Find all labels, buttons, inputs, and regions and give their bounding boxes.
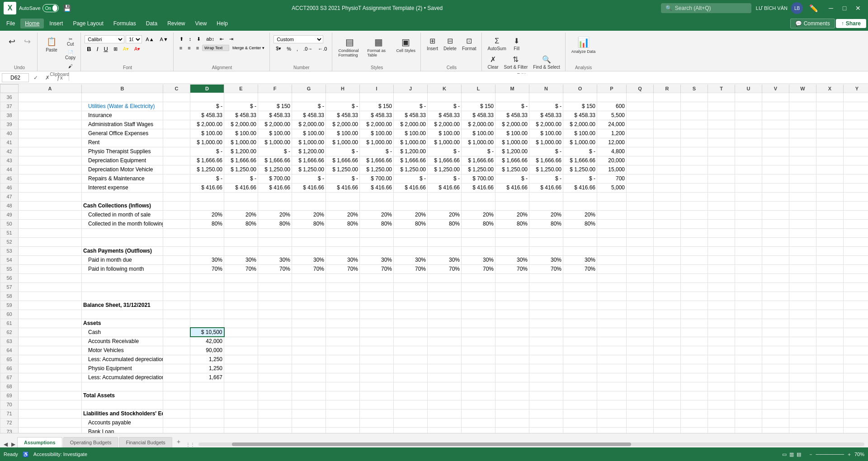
- cell-P69[interactable]: [597, 391, 627, 400]
- cell-W47[interactable]: [789, 192, 816, 201]
- row-number-73[interactable]: 73: [0, 427, 19, 433]
- cell-C63[interactable]: [163, 337, 190, 346]
- row-number-61[interactable]: 61: [0, 319, 19, 328]
- cell-B61[interactable]: Assets: [82, 319, 163, 328]
- cell-Q52[interactable]: [627, 237, 654, 246]
- cell-U47[interactable]: [735, 192, 762, 201]
- cell-A66[interactable]: [19, 364, 82, 373]
- cell-K73[interactable]: [428, 427, 462, 433]
- cell-R57[interactable]: [654, 282, 681, 292]
- cell-A41[interactable]: [19, 138, 82, 147]
- cell-L40[interactable]: $ 100.00: [462, 129, 495, 138]
- row-number-39[interactable]: 39: [0, 120, 19, 129]
- align-left-button[interactable]: ≡: [177, 44, 184, 52]
- cell-I44[interactable]: $ 1,250.00: [360, 165, 394, 174]
- cell-E41[interactable]: $ 1,000.00: [224, 138, 258, 147]
- cell-V41[interactable]: [762, 138, 789, 147]
- cell-X47[interactable]: [816, 192, 844, 201]
- cell-K42[interactable]: $ -: [428, 147, 462, 156]
- cell-J41[interactable]: $ 1,000.00: [394, 138, 428, 147]
- cell-W60[interactable]: [789, 310, 816, 319]
- cell-W71[interactable]: [789, 409, 816, 418]
- cell-W50[interactable]: [789, 219, 816, 228]
- cell-Y71[interactable]: [844, 409, 868, 418]
- formula-check-button[interactable]: ✓: [31, 74, 41, 82]
- cell-L70[interactable]: [462, 400, 495, 409]
- indent-dec-button[interactable]: ⇤: [217, 35, 226, 43]
- cell-S72[interactable]: [681, 418, 708, 427]
- cell-Q44[interactable]: [627, 165, 654, 174]
- cell-C54[interactable]: [163, 255, 190, 264]
- cell-R49[interactable]: [654, 210, 681, 219]
- cell-D40[interactable]: $ 100.00: [190, 129, 224, 138]
- cell-L54[interactable]: 30%: [462, 255, 495, 264]
- cell-F58[interactable]: [258, 292, 292, 301]
- cell-F42[interactable]: $ -: [258, 147, 292, 156]
- cell-V43[interactable]: [762, 156, 789, 165]
- cell-O62[interactable]: [563, 328, 597, 337]
- cell-E53[interactable]: [224, 246, 258, 255]
- cell-B53[interactable]: Cash Payments (Outflows): [82, 246, 163, 255]
- cell-T53[interactable]: [708, 246, 735, 255]
- cell-I50[interactable]: 80%: [360, 219, 394, 228]
- maximize-button[interactable]: □: [838, 2, 851, 14]
- cell-O40[interactable]: $ 100.00: [563, 129, 597, 138]
- cell-E59[interactable]: [224, 301, 258, 310]
- cell-J64[interactable]: [394, 346, 428, 355]
- cell-V45[interactable]: [762, 174, 789, 183]
- cell-J48[interactable]: [394, 201, 428, 210]
- cell-V66[interactable]: [762, 364, 789, 373]
- cell-V64[interactable]: [762, 346, 789, 355]
- cell-T61[interactable]: [708, 319, 735, 328]
- cell-S40[interactable]: [681, 129, 708, 138]
- cell-X69[interactable]: [816, 391, 844, 400]
- cell-X54[interactable]: [816, 255, 844, 264]
- cell-D71[interactable]: [190, 409, 224, 418]
- cell-Q55[interactable]: [627, 264, 654, 273]
- cell-F66[interactable]: [258, 364, 292, 373]
- cell-H66[interactable]: [326, 364, 360, 373]
- cell-A51[interactable]: [19, 228, 82, 237]
- cell-T55[interactable]: [708, 264, 735, 273]
- horizontal-scrollbar[interactable]: [198, 441, 864, 447]
- col-header-r[interactable]: R: [654, 85, 681, 93]
- cell-C40[interactable]: [163, 129, 190, 138]
- cell-E37[interactable]: $ -: [224, 102, 258, 111]
- autosave-toggle[interactable]: On: [42, 4, 59, 12]
- align-top-button[interactable]: ⬆: [177, 35, 186, 43]
- cell-E55[interactable]: 70%: [224, 264, 258, 273]
- cell-G66[interactable]: [292, 364, 326, 373]
- cell-X68[interactable]: [816, 382, 844, 391]
- cell-Q36[interactable]: [627, 93, 654, 102]
- cell-Q49[interactable]: [627, 210, 654, 219]
- cell-B46[interactable]: Interest expense: [82, 183, 163, 192]
- cell-V48[interactable]: [762, 201, 789, 210]
- cell-Y39[interactable]: [844, 120, 868, 129]
- cell-J54[interactable]: 30%: [394, 255, 428, 264]
- cell-C51[interactable]: [163, 228, 190, 237]
- fill-button[interactable]: ⬇ Fill: [509, 35, 524, 52]
- cell-I48[interactable]: [360, 201, 394, 210]
- cell-R38[interactable]: [654, 111, 681, 120]
- cell-F39[interactable]: $ 2,000.00: [258, 120, 292, 129]
- cell-V53[interactable]: [762, 246, 789, 255]
- cell-J59[interactable]: [394, 301, 428, 310]
- row-number-45[interactable]: 45: [0, 174, 19, 183]
- align-bottom-button[interactable]: ⬇: [194, 35, 203, 43]
- cell-T56[interactable]: [708, 273, 735, 282]
- cell-A50[interactable]: [19, 219, 82, 228]
- cell-Q38[interactable]: [627, 111, 654, 120]
- cell-M47[interactable]: [495, 192, 529, 201]
- cell-F38[interactable]: $ 458.33: [258, 111, 292, 120]
- cell-K53[interactable]: [428, 246, 462, 255]
- cell-L59[interactable]: [462, 301, 495, 310]
- cell-G49[interactable]: 20%: [292, 210, 326, 219]
- cell-E51[interactable]: [224, 228, 258, 237]
- cell-Y66[interactable]: [844, 364, 868, 373]
- cell-G60[interactable]: [292, 310, 326, 319]
- cell-O58[interactable]: [563, 292, 597, 301]
- cell-C44[interactable]: [163, 165, 190, 174]
- cell-H52[interactable]: [326, 237, 360, 246]
- cell-L42[interactable]: $ -: [462, 147, 495, 156]
- cell-G58[interactable]: [292, 292, 326, 301]
